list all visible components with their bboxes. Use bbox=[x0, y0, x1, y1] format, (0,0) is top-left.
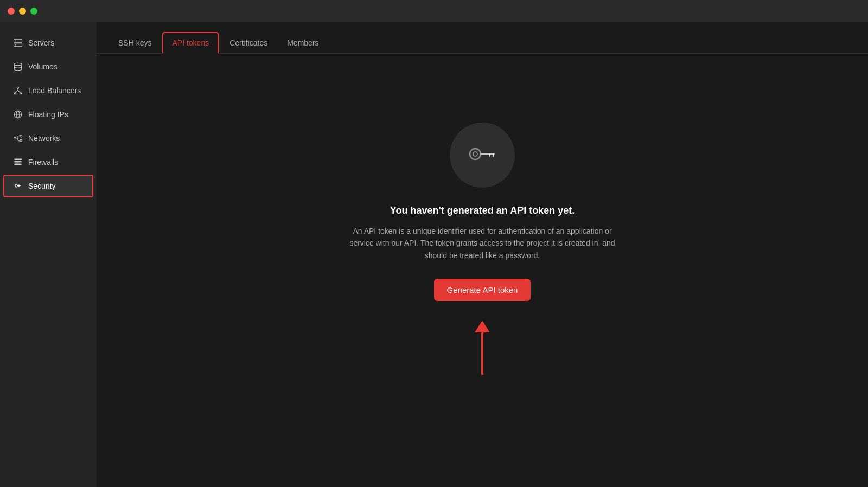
floating-ip-icon bbox=[13, 110, 23, 119]
empty-description: An API token is a unique identifier used… bbox=[341, 225, 623, 261]
arrow-head bbox=[475, 321, 490, 332]
sidebar-item-floating-ips-label: Floating IPs bbox=[28, 110, 68, 119]
sidebar-item-firewalls-label: Firewalls bbox=[28, 158, 58, 166]
sidebar-item-servers[interactable]: Servers bbox=[3, 31, 93, 54]
arrow-annotation bbox=[475, 321, 490, 375]
networks-icon bbox=[13, 133, 23, 143]
sidebar-item-servers-label: Servers bbox=[28, 39, 54, 47]
app-layout: Servers Volumes bbox=[0, 22, 868, 487]
sidebar-item-load-balancers[interactable]: Load Balancers bbox=[3, 79, 93, 102]
svg-point-13 bbox=[470, 149, 481, 159]
security-icon bbox=[13, 181, 23, 191]
svg-point-14 bbox=[473, 152, 477, 156]
maximize-button[interactable] bbox=[30, 8, 37, 15]
empty-title: You haven't generated an API token yet. bbox=[390, 205, 575, 216]
main-content: SSH keys API tokens Certificates Members bbox=[97, 22, 868, 487]
server-icon bbox=[13, 38, 23, 48]
svg-point-12 bbox=[15, 184, 18, 187]
key-icon-circle bbox=[450, 123, 515, 188]
svg-rect-10 bbox=[20, 136, 22, 137]
sidebar: Servers Volumes bbox=[0, 22, 97, 487]
svg-point-3 bbox=[15, 44, 16, 46]
svg-point-4 bbox=[14, 63, 22, 66]
titlebar bbox=[0, 0, 868, 22]
tabs-bar: SSH keys API tokens Certificates Members bbox=[97, 22, 868, 54]
sidebar-item-volumes[interactable]: Volumes bbox=[3, 55, 93, 78]
arrow-shaft bbox=[481, 331, 483, 375]
svg-rect-11 bbox=[20, 139, 22, 141]
empty-state: You haven't generated an API token yet. … bbox=[97, 54, 868, 487]
tab-members[interactable]: Members bbox=[278, 33, 327, 53]
sidebar-item-lb-label: Load Balancers bbox=[28, 86, 81, 95]
svg-point-6 bbox=[14, 93, 16, 94]
sidebar-item-security-label: Security bbox=[28, 182, 56, 190]
generate-api-token-button[interactable]: Generate API token bbox=[434, 279, 531, 301]
tab-certificates[interactable]: Certificates bbox=[221, 33, 276, 53]
sidebar-item-networks[interactable]: Networks bbox=[3, 127, 93, 150]
sidebar-item-networks-label: Networks bbox=[28, 134, 60, 143]
firewalls-icon bbox=[13, 157, 23, 167]
tab-api-tokens[interactable]: API tokens bbox=[162, 32, 219, 54]
key-icon bbox=[468, 146, 496, 164]
lb-icon bbox=[13, 86, 23, 95]
sidebar-item-firewalls[interactable]: Firewalls bbox=[3, 151, 93, 174]
minimize-button[interactable] bbox=[19, 8, 26, 15]
volumes-icon bbox=[13, 62, 23, 72]
close-button[interactable] bbox=[8, 8, 15, 15]
svg-point-7 bbox=[20, 93, 22, 94]
sidebar-item-volumes-label: Volumes bbox=[28, 62, 58, 71]
sidebar-item-security[interactable]: Security bbox=[3, 175, 93, 197]
svg-point-2 bbox=[15, 41, 16, 42]
sidebar-item-floating-ips[interactable]: Floating IPs bbox=[3, 103, 93, 126]
tab-ssh-keys[interactable]: SSH keys bbox=[110, 33, 160, 53]
